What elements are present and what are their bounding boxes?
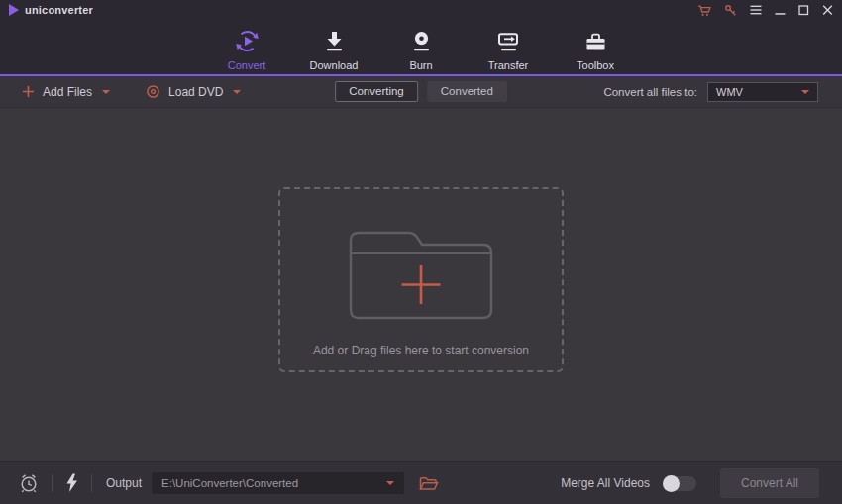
add-files-label: Add Files: [43, 85, 92, 99]
toolbox-icon: [582, 28, 609, 54]
add-files-caret-icon[interactable]: [102, 90, 110, 94]
tab-converting[interactable]: Converting: [335, 81, 418, 102]
schedule-clock-icon[interactable]: [18, 472, 40, 494]
download-icon: [321, 28, 348, 54]
tab-toolbox-label: Toolbox: [577, 59, 614, 71]
menu-icon[interactable]: [750, 4, 762, 16]
output-path-value: E:\UniConverter\Converted: [161, 477, 298, 489]
titlebar: uniconverter: [0, 0, 842, 20]
dvd-disc-icon: [146, 84, 160, 99]
maximize-icon[interactable]: [798, 4, 809, 16]
merge-group: Merge All Videos: [561, 476, 696, 491]
footer-bar: Output E:\UniConverter\Converted Merge A…: [0, 461, 842, 504]
footer-divider: [91, 474, 92, 492]
tab-transfer-label: Transfer: [488, 59, 529, 71]
tab-convert[interactable]: Convert: [217, 20, 276, 74]
add-files-button[interactable]: Add Files: [22, 85, 110, 99]
format-dropdown-caret-icon: [801, 90, 809, 94]
output-label: Output: [106, 476, 142, 490]
tab-download[interactable]: Download: [304, 20, 364, 74]
footer-divider: [52, 474, 53, 492]
tab-download-label: Download: [310, 59, 359, 71]
tab-transfer[interactable]: Transfer: [478, 20, 538, 74]
load-dvd-label: Load DVD: [168, 85, 223, 99]
format-dropdown[interactable]: WMV: [707, 82, 818, 102]
format-dropdown-value: WMV: [716, 86, 743, 98]
merge-toggle[interactable]: [663, 476, 696, 491]
key-icon[interactable]: [724, 4, 737, 17]
tab-converted[interactable]: Converted: [427, 81, 507, 102]
output-path-caret-icon: [386, 481, 394, 485]
main-nav: Convert Download Burn Tran: [0, 20, 842, 74]
tab-convert-label: Convert: [228, 59, 266, 71]
plus-icon: [22, 85, 35, 98]
open-folder-icon[interactable]: [419, 476, 439, 491]
tab-toolbox[interactable]: Toolbox: [566, 20, 625, 74]
toolbar: Add Files Load DVD Converting Converted …: [0, 76, 842, 108]
convert-icon: [234, 28, 261, 54]
queue-tabs: Converting Converted: [335, 81, 507, 102]
burn-icon: [408, 28, 435, 54]
close-icon[interactable]: [822, 4, 833, 16]
tab-burn[interactable]: Burn: [391, 20, 451, 74]
output-path-dropdown[interactable]: E:\UniConverter\Converted: [152, 472, 404, 494]
convert-all-files-to-label: Convert all files to:: [603, 86, 697, 98]
app-logo-icon: [9, 4, 19, 16]
merge-toggle-knob: [663, 475, 680, 492]
merge-all-videos-label: Merge All Videos: [561, 476, 650, 490]
minimize-icon[interactable]: [775, 4, 786, 16]
drag-drop-zone[interactable]: Add or Drag files here to start conversi…: [278, 187, 564, 372]
file-list-area: Add or Drag files here to start conversi…: [0, 108, 842, 461]
output-format-group: Convert all files to: WMV: [603, 82, 818, 102]
dropzone-message: Add or Drag files here to start conversi…: [280, 344, 562, 357]
convert-all-button[interactable]: Convert All: [720, 468, 819, 498]
high-speed-bolt-icon[interactable]: [64, 473, 79, 493]
app-title: uniconverter: [25, 4, 93, 16]
store-cart-icon[interactable]: [697, 4, 711, 17]
add-folder-icon: [347, 223, 495, 320]
transfer-icon: [495, 28, 522, 54]
load-dvd-button[interactable]: Load DVD: [146, 84, 241, 99]
load-dvd-caret-icon[interactable]: [233, 90, 241, 94]
tab-burn-label: Burn: [409, 59, 432, 71]
uniconverter-window: uniconverter: [0, 0, 842, 504]
